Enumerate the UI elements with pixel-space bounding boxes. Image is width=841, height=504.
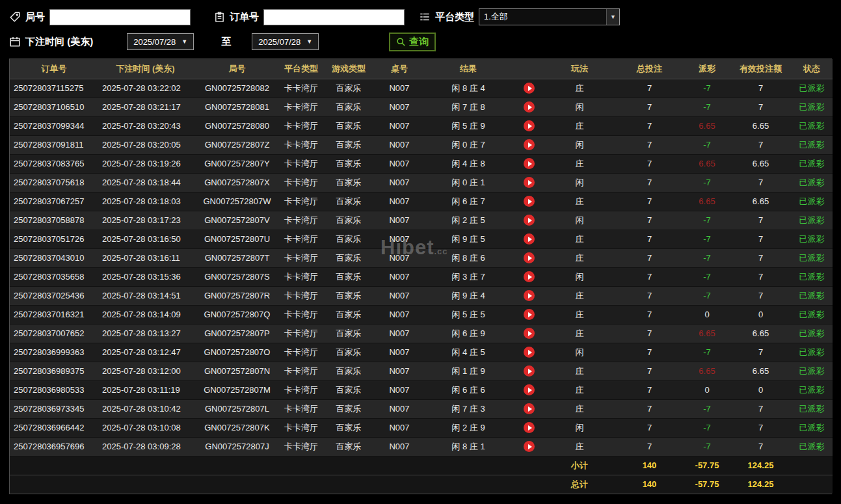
play-replay-icon[interactable] — [524, 215, 535, 226]
total-bet-cell: 7 — [615, 399, 684, 418]
table-row: 2507280370356582025-07-28 03:15:36GN0072… — [10, 267, 833, 286]
bet-type-cell: 庄 — [544, 305, 615, 324]
round-input[interactable] — [49, 9, 191, 25]
order-number-cell: 250728037115275 — [10, 79, 98, 98]
play-replay-icon[interactable] — [524, 403, 535, 414]
bet-time-cell: 2025-07-28 03:12:00 — [98, 362, 193, 380]
bet-type-cell: 庄 — [544, 192, 615, 211]
platform-cell: 卡卡湾厅 — [282, 267, 321, 286]
round-number-cell: GN0072572807P — [193, 324, 282, 343]
date-to-picker[interactable]: 2025/07/28 ▼ — [252, 33, 319, 50]
round-number-cell: GN0072572807W — [193, 192, 282, 211]
date-from-picker[interactable]: 2025/07/28 ▼ — [127, 33, 194, 50]
table-number-cell: N007 — [377, 267, 422, 286]
bet-type-cell: 庄 — [544, 116, 615, 135]
order-input[interactable] — [263, 9, 405, 25]
game-type-cell: 百家乐 — [321, 399, 377, 418]
status-cell: 已派彩 — [791, 116, 833, 135]
payout-cell: -7 — [684, 98, 730, 116]
play-replay-icon[interactable] — [524, 252, 535, 263]
date-from-value: 2025/07/28 — [133, 37, 176, 47]
table-number-cell: N007 — [377, 211, 422, 230]
platform-select[interactable]: 1.全部 ▼ — [479, 8, 620, 25]
result-cell: 闲 9 庄 4 — [422, 286, 514, 305]
bet-time-cell: 2025-07-28 03:13:27 — [98, 324, 193, 343]
status-cell: 已派彩 — [791, 248, 833, 267]
game-type-cell: 百家乐 — [321, 437, 377, 456]
table-row: 2507280370430102025-07-28 03:16:11GN0072… — [10, 248, 833, 267]
bet-type-cell: 庄 — [544, 154, 615, 173]
play-replay-icon[interactable] — [524, 365, 535, 377]
status-cell: 已派彩 — [791, 173, 833, 192]
play-replay-icon[interactable] — [524, 196, 535, 207]
play-replay-icon[interactable] — [524, 158, 535, 169]
play-replay-icon[interactable] — [524, 422, 535, 433]
replay-cell — [514, 286, 544, 305]
table-number-cell: N007 — [377, 286, 422, 305]
clipboard-icon — [214, 11, 225, 23]
bet-type-cell: 庄 — [544, 399, 615, 418]
table-row: 2507280370163212025-07-28 03:14:09GN0072… — [10, 305, 833, 324]
total-bet-cell: 7 — [615, 437, 684, 456]
play-replay-icon[interactable] — [524, 139, 535, 150]
bet-type-cell: 闲 — [544, 211, 615, 230]
play-replay-icon[interactable] — [524, 347, 535, 358]
table-number-cell: N007 — [377, 230, 422, 248]
bet-type-cell: 庄 — [544, 286, 615, 305]
table-number-cell: N007 — [377, 135, 422, 154]
result-cell: 闲 6 庄 7 — [422, 192, 514, 211]
bet-time-cell: 2025-07-28 03:18:44 — [98, 173, 193, 192]
payout-cell: 0 — [684, 380, 730, 399]
play-replay-icon[interactable] — [524, 83, 535, 94]
play-replay-icon[interactable] — [524, 384, 535, 395]
total-bet-cell: 7 — [615, 135, 684, 154]
payout-cell: 6.65 — [684, 116, 730, 135]
play-replay-icon[interactable] — [524, 177, 535, 188]
valid-bet-cell: 6.65 — [730, 154, 791, 173]
play-replay-icon[interactable] — [524, 290, 535, 301]
total-bet-cell: 7 — [615, 98, 684, 116]
column-header: 局号 — [193, 59, 282, 79]
replay-cell — [514, 437, 544, 456]
play-replay-icon[interactable] — [524, 120, 535, 131]
platform-cell: 卡卡湾厅 — [282, 230, 321, 248]
order-number-cell: 250728037106510 — [10, 98, 98, 116]
platform-cell: 卡卡湾厅 — [282, 154, 321, 173]
table-header-row: 订单号下注时间 (美东)局号平台类型游戏类型桌号结果玩法总投注派彩有效投注额状态 — [10, 59, 833, 79]
bet-time-cell: 2025-07-28 03:22:02 — [98, 79, 193, 98]
table-row: 2507280370756182025-07-28 03:18:44GN0072… — [10, 173, 833, 192]
round-number-cell: GN0072572807O — [193, 343, 282, 362]
status-cell: 已派彩 — [791, 79, 833, 98]
records-data-table: 订单号下注时间 (美东)局号平台类型游戏类型桌号结果玩法总投注派彩有效投注额状态… — [10, 59, 833, 494]
valid-bet-cell: 7 — [730, 399, 791, 418]
order-number-cell: 250728036973345 — [10, 399, 98, 418]
replay-cell — [514, 248, 544, 267]
replay-cell — [514, 98, 544, 116]
bet-time-cell: 2025-07-28 03:20:43 — [98, 116, 193, 135]
platform-cell: 卡卡湾厅 — [282, 399, 321, 418]
round-number-cell: GN0072572807L — [193, 399, 282, 418]
play-replay-icon[interactable] — [524, 271, 535, 282]
replay-cell — [514, 173, 544, 192]
play-replay-icon[interactable] — [524, 309, 535, 320]
play-replay-icon[interactable] — [524, 328, 535, 339]
round-number-cell: GN0072572807X — [193, 173, 282, 192]
platform-filter: 平台类型 1.全部 ▼ — [419, 8, 620, 25]
play-replay-icon[interactable] — [524, 101, 535, 113]
replay-cell — [514, 343, 544, 362]
status-cell: 已派彩 — [791, 154, 833, 173]
subtotal-total-bet: 140 — [615, 456, 684, 475]
to-label: 至 — [221, 36, 231, 48]
play-replay-icon[interactable] — [524, 233, 535, 245]
status-cell: 已派彩 — [791, 211, 833, 230]
play-replay-icon[interactable] — [524, 441, 535, 452]
table-number-cell: N007 — [377, 399, 422, 418]
order-number-cell: 250728037043010 — [10, 248, 98, 267]
round-number-cell: GN0072572807V — [193, 211, 282, 230]
total-bet-cell: 7 — [615, 324, 684, 343]
payout-cell: -7 — [684, 343, 730, 362]
game-type-cell: 百家乐 — [321, 286, 377, 305]
query-button[interactable]: 查询 — [389, 33, 436, 51]
bet-type-cell: 闲 — [544, 135, 615, 154]
status-cell: 已派彩 — [791, 418, 833, 437]
